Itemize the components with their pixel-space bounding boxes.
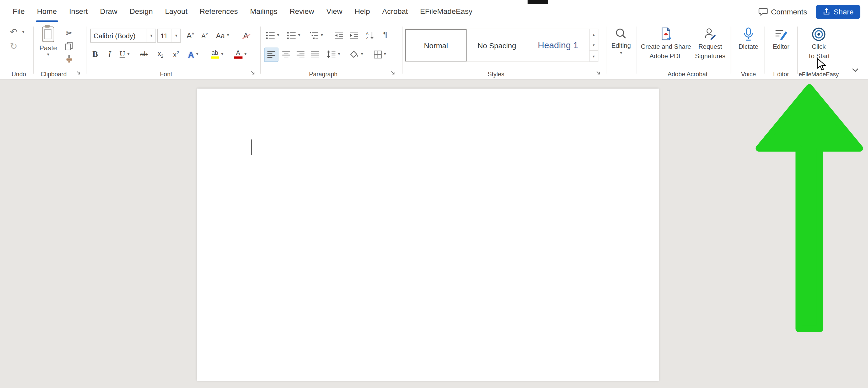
style-heading-1[interactable]: Heading 1 — [527, 29, 589, 61]
align-left-button[interactable] — [264, 48, 278, 62]
tab-help[interactable]: Help — [348, 0, 376, 23]
clipboard-mini-buttons: ✂ — [63, 27, 75, 65]
share-label: Share — [834, 7, 854, 16]
shrink-font-button[interactable]: A˅ — [198, 29, 212, 42]
bold-button[interactable]: B — [89, 48, 102, 61]
dictate-button[interactable]: Dictate — [735, 27, 762, 51]
tab-efilemadeeasy[interactable]: EFileMadeEasy — [414, 0, 478, 23]
styles-gallery-arrows: ▴ ▾ ▾ — [589, 29, 598, 61]
subscript-button[interactable]: x2 — [154, 48, 167, 61]
group-separator — [764, 27, 765, 73]
paste-clipboard-icon — [42, 27, 54, 42]
change-case-button[interactable]: Aa ▾ — [214, 29, 231, 42]
tab-review[interactable]: Review — [283, 0, 320, 23]
comments-label: Comments — [771, 7, 807, 16]
justify-button[interactable] — [308, 48, 322, 61]
editing-group-button[interactable]: Editing ▾ — [609, 27, 633, 55]
font-size-chevron[interactable]: ▾ — [172, 29, 180, 42]
align-right-button[interactable] — [294, 48, 307, 61]
group-separator — [731, 27, 732, 73]
tab-insert[interactable]: Insert — [63, 0, 94, 23]
group-separator — [607, 27, 607, 73]
target-icon — [812, 27, 826, 41]
highlight-color-button[interactable]: ab ▾ — [208, 48, 226, 61]
styles-dialog-launcher[interactable] — [595, 70, 601, 76]
numbering-button[interactable]: ▾ — [285, 29, 302, 42]
grow-font-button[interactable]: A˄ — [184, 29, 197, 42]
shading-button[interactable]: ▾ — [348, 48, 366, 61]
tab-home[interactable]: Home — [31, 0, 63, 23]
align-center-button[interactable] — [280, 48, 293, 61]
strikethrough-button[interactable]: ab — [137, 48, 151, 61]
font-color-button[interactable]: A ▾ — [231, 48, 249, 61]
text-effects-button[interactable]: A ▾ — [185, 48, 202, 61]
font-size-combo[interactable]: 11 ▾ — [157, 29, 181, 43]
undo-group-caption: Undo — [5, 71, 32, 77]
ribbon-tabs: File Home Insert Draw Design Layout Refe… — [0, 0, 478, 23]
tab-design[interactable]: Design — [124, 0, 159, 23]
shading-bucket-icon — [350, 50, 359, 58]
style-normal[interactable]: Normal — [405, 29, 467, 61]
show-marks-button[interactable]: ¶ — [379, 28, 392, 41]
document-area — [0, 79, 868, 388]
click-to-start-button[interactable]: Click To Start — [804, 27, 834, 60]
tab-mailings[interactable]: Mailings — [244, 0, 283, 23]
justify-icon — [310, 50, 319, 58]
align-center-icon — [282, 50, 290, 58]
request-signatures-label-2: Signatures — [695, 52, 725, 60]
cut-button[interactable]: ✂ — [63, 27, 75, 39]
clipboard-dialog-launcher[interactable] — [76, 70, 81, 76]
create-pdf-label-2: Adobe PDF — [650, 52, 683, 60]
decrease-indent-icon — [334, 31, 344, 40]
share-button[interactable]: Share — [816, 5, 860, 19]
borders-button[interactable]: ▾ — [371, 48, 389, 61]
increase-indent-icon — [349, 31, 359, 40]
styles-scroll-up[interactable]: ▴ — [590, 29, 598, 40]
sort-icon: AZ — [365, 31, 374, 40]
font-dialog-launcher[interactable] — [250, 70, 256, 76]
efile-group-caption: eFileMadeEasy — [796, 71, 841, 77]
styles-scroll-down[interactable]: ▾ — [590, 40, 598, 50]
styles-more-button[interactable]: ▾ — [590, 50, 598, 61]
sort-button[interactable]: AZ — [363, 29, 377, 42]
editor-button[interactable]: Editor — [768, 27, 794, 51]
group-separator — [260, 27, 261, 73]
tab-references[interactable]: References — [193, 0, 244, 23]
multilevel-list-button[interactable]: ▾ — [308, 29, 324, 42]
request-signatures-label-1: Request — [698, 43, 722, 51]
clear-formatting-button[interactable]: A — [239, 29, 252, 42]
create-pdf-button[interactable]: Create and Share Adobe PDF — [644, 27, 688, 60]
tab-view[interactable]: View — [320, 0, 348, 23]
click-to-start-label-1: Click — [812, 43, 826, 51]
line-spacing-button[interactable]: ▾ — [324, 48, 342, 61]
italic-button[interactable]: I — [103, 48, 117, 61]
paragraph-group-caption: Paragraph — [301, 71, 345, 77]
tab-draw[interactable]: Draw — [94, 0, 124, 23]
increase-indent-button[interactable] — [347, 29, 361, 42]
underline-button[interactable]: U ▾ — [116, 48, 133, 61]
format-painter-button[interactable] — [63, 52, 75, 65]
undo-dropdown-chevron[interactable]: ▾ — [22, 30, 24, 34]
bullets-button[interactable]: ▾ — [264, 29, 281, 42]
font-name-combo[interactable]: Calibri (Body) ▾ — [90, 29, 156, 43]
decrease-indent-button[interactable] — [332, 29, 346, 42]
borders-icon — [373, 50, 382, 59]
comments-button[interactable]: Comments — [758, 7, 807, 16]
tab-file[interactable]: File — [6, 0, 31, 23]
document-page[interactable] — [197, 89, 659, 381]
collapse-ribbon-chevron[interactable] — [851, 68, 859, 73]
tab-layout[interactable]: Layout — [159, 0, 193, 23]
tab-acrobat[interactable]: Acrobat — [376, 0, 414, 23]
undo-button[interactable]: ↶ — [10, 27, 17, 37]
request-signatures-button[interactable]: Request Signatures — [690, 27, 731, 60]
line-spacing-icon — [327, 50, 336, 58]
paragraph-dialog-launcher[interactable] — [390, 70, 396, 76]
font-name-chevron[interactable]: ▾ — [147, 29, 156, 42]
paste-button[interactable]: Paste ▾ — [36, 26, 60, 66]
group-separator — [797, 27, 798, 73]
superscript-button[interactable]: x2 — [169, 48, 183, 61]
copy-button[interactable] — [63, 39, 75, 52]
redo-button[interactable]: ↻ — [10, 41, 17, 52]
style-no-spacing[interactable]: No Spacing — [467, 29, 527, 61]
font-size-value: 11 — [158, 32, 172, 40]
